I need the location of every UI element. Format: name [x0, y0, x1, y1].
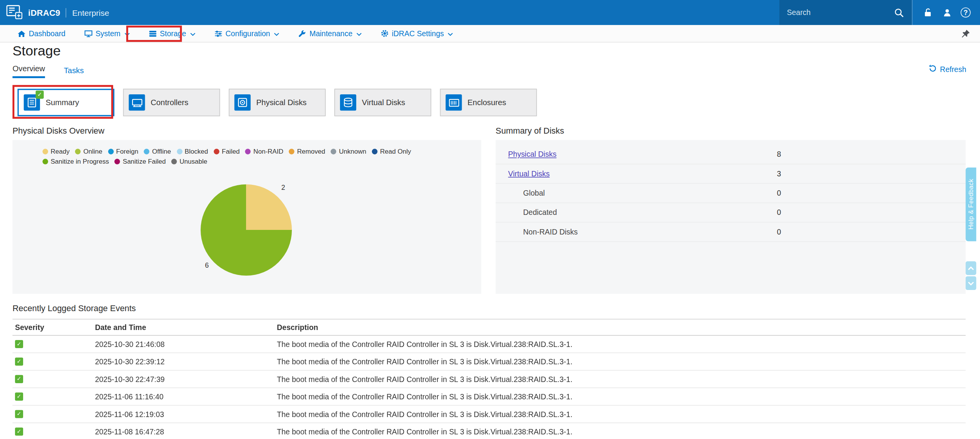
- legend-dot: [289, 148, 295, 154]
- card-label: Virtual Disks: [362, 98, 405, 107]
- storage-icon: [149, 30, 157, 37]
- help-icon[interactable]: ?: [961, 7, 971, 17]
- home-icon: [17, 30, 25, 37]
- refresh-button[interactable]: Refresh: [929, 64, 966, 78]
- column-datetime: Date and Time: [95, 323, 277, 332]
- card-physical-disks[interactable]: Physical Disks: [229, 89, 326, 116]
- event-datetime: 2025-11-08 16:47:28: [95, 427, 277, 436]
- physical-disks-icon: [235, 94, 251, 111]
- legend-item: Foreign: [108, 147, 138, 155]
- legend-dot: [108, 148, 114, 154]
- summary-of-disks-title: Summary of Disks: [496, 126, 564, 136]
- legend-item: Read Only: [372, 147, 411, 155]
- search-icon[interactable]: [893, 7, 904, 18]
- topbar-icons: ?: [913, 7, 980, 18]
- nav-storage[interactable]: Storage: [149, 29, 196, 38]
- brand-name: iDRAC9: [28, 8, 60, 17]
- search-box[interactable]: [779, 0, 912, 25]
- event-description: The boot media of the Controller RAID Co…: [277, 427, 966, 436]
- card-enclosures[interactable]: Enclosures: [440, 89, 537, 116]
- legend-item: Ready: [42, 147, 69, 155]
- events-title: Recently Logged Storage Events: [12, 304, 136, 313]
- lock-open-icon[interactable]: [922, 7, 933, 18]
- storage-card-buttons: ✓ Summary Controllers Physical Disks: [17, 89, 537, 116]
- card-virtual-disks[interactable]: Virtual Disks: [334, 89, 431, 116]
- disk-count: 0: [777, 228, 781, 236]
- legend-item: Failed: [214, 147, 240, 155]
- nav-system[interactable]: System: [84, 29, 130, 38]
- event-description: The boot media of the Controller RAID Co…: [277, 357, 966, 366]
- column-description: Description: [277, 323, 966, 332]
- chevron-down-icon: [274, 32, 280, 36]
- nav-idrac-settings[interactable]: iDRAC Settings: [380, 29, 453, 38]
- legend-dot: [214, 148, 219, 154]
- maintenance-icon: [298, 30, 306, 37]
- disk-count: 8: [777, 150, 781, 159]
- legend-dot: [144, 148, 150, 154]
- disk-row-label: Non-RAID Disks: [508, 228, 777, 236]
- enclosures-icon: [446, 94, 462, 111]
- disk-row: Global 0: [496, 184, 966, 203]
- top-bar: iDRAC9 Enterprise: [0, 0, 980, 25]
- nav-configuration[interactable]: Configuration: [214, 29, 279, 38]
- pin-icon[interactable]: [961, 29, 970, 38]
- event-datetime: 2025-10-30 22:39:12: [95, 357, 277, 366]
- table-row: ✓ 2025-10-30 22:39:12 The boot media of …: [12, 353, 965, 370]
- legend-dot: [372, 148, 378, 154]
- physical-disks-link[interactable]: Physical Disks: [508, 150, 557, 159]
- nav-maintenance[interactable]: Maintenance: [298, 29, 362, 38]
- card-label: Physical Disks: [256, 98, 307, 107]
- severity-ok-icon: ✓: [15, 392, 23, 400]
- physical-disks-overview-title: Physical Disks Overview: [12, 126, 104, 136]
- configuration-icon: [214, 30, 222, 37]
- legend-item: Sanitize in Progress: [42, 158, 109, 165]
- disk-row: Physical Disks 8: [496, 145, 966, 164]
- disk-count: 3: [777, 169, 781, 178]
- table-row: ✓ 2025-10-30 22:47:39 The boot media of …: [12, 370, 965, 388]
- event-description: The boot media of the Controller RAID Co…: [277, 340, 966, 349]
- legend-dot: [331, 148, 337, 154]
- card-summary[interactable]: ✓ Summary: [17, 89, 114, 116]
- system-icon: [84, 30, 92, 37]
- nav-label: Dashboard: [29, 29, 65, 38]
- nav-dashboard[interactable]: Dashboard: [17, 29, 65, 38]
- table-row: ✓ 2025-11-08 16:47:28 The boot media of …: [12, 423, 965, 439]
- virtual-disks-link[interactable]: Virtual Disks: [508, 169, 550, 178]
- card-label: Enclosures: [467, 98, 506, 107]
- nav-label: iDRAC Settings: [392, 29, 444, 38]
- legend-item: Removed: [289, 147, 325, 155]
- severity-ok-icon: ✓: [15, 357, 23, 365]
- pie-slice-value: 2: [281, 184, 285, 191]
- tab-tasks[interactable]: Tasks: [64, 66, 84, 78]
- tab-overview[interactable]: Overview: [12, 64, 45, 78]
- pie-chart: [201, 184, 292, 276]
- events-table: Severity Date and Time Description ✓ 202…: [12, 319, 965, 439]
- legend-item: Non-RAID: [245, 147, 283, 155]
- scroll-down-button[interactable]: [966, 276, 977, 290]
- search-input[interactable]: [787, 8, 888, 17]
- nav-label: Configuration: [226, 29, 270, 38]
- disk-row: Non-RAID Disks 0: [496, 223, 966, 242]
- card-controllers[interactable]: Controllers: [123, 89, 220, 116]
- table-row: ✓ 2025-10-30 21:46:08 The boot media of …: [12, 336, 965, 353]
- help-feedback-tab[interactable]: Help & Feedback: [966, 168, 977, 241]
- legend-dot: [42, 158, 48, 164]
- main-nav: Dashboard System Storage Configuratio: [0, 25, 980, 42]
- legend-item: Blocked: [177, 147, 208, 155]
- scroll-buttons: [966, 261, 977, 290]
- severity-ok-icon: ✓: [15, 410, 23, 418]
- events-table-header: Severity Date and Time Description: [12, 319, 965, 336]
- chevron-down-icon: [190, 32, 196, 36]
- brand: iDRAC9 Enterprise: [0, 5, 109, 20]
- legend-item: Unusable: [171, 158, 207, 165]
- scroll-up-button[interactable]: [966, 261, 977, 275]
- physical-disks-overview-panel: Ready Online Foreign Offline Blocked Fai…: [12, 140, 481, 294]
- legend-dot: [177, 148, 183, 154]
- selected-check-icon: ✓: [36, 90, 44, 99]
- refresh-icon: [929, 64, 937, 74]
- user-icon[interactable]: [941, 7, 952, 18]
- legend-dot: [171, 158, 177, 164]
- disk-rows: Physical Disks 8 Virtual Disks 3 Global …: [496, 140, 966, 242]
- disk-row-label: Dedicated: [508, 208, 777, 217]
- page-title: Storage: [12, 43, 60, 59]
